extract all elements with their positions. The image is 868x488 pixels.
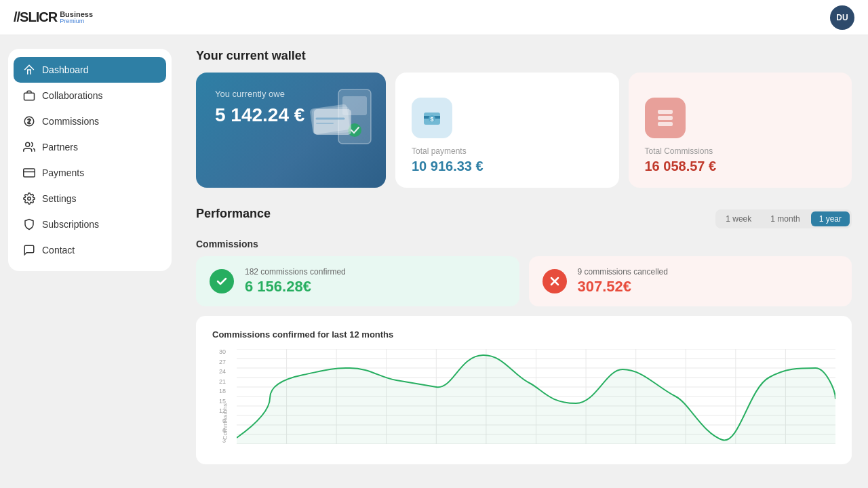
x-icon bbox=[549, 275, 561, 287]
wallet-card-payments: $ Total payments 10 916.33 € bbox=[395, 73, 619, 188]
commission-cards: 182 commissions confirmed 6 156.28€ 9 co… bbox=[196, 256, 852, 306]
gear-icon bbox=[23, 192, 35, 205]
sidebar-item-payments[interactable]: Payments bbox=[14, 160, 166, 186]
shield-icon bbox=[23, 218, 35, 230]
y-label-21: 21 bbox=[219, 379, 226, 385]
total-commissions-amount: 16 058.57 € bbox=[645, 159, 717, 174]
sidebar-item-collaborations[interactable]: Collaborations bbox=[14, 83, 166, 108]
avatar[interactable]: DU bbox=[830, 5, 854, 30]
commission-card-confirmed: 182 commissions confirmed 6 156.28€ bbox=[196, 256, 519, 306]
svg-point-2 bbox=[26, 142, 30, 146]
y-label-18: 18 bbox=[219, 388, 226, 394]
period-btn-week[interactable]: 1 week bbox=[717, 211, 760, 226]
sidebar: Dashboard Collaborations Commissions bbox=[0, 35, 180, 488]
sidebar-item-partners-label: Partners bbox=[42, 142, 78, 152]
payments-icon-wrap: $ bbox=[412, 98, 452, 138]
wallet-card-commissions: Total Commissions 16 058.57 € bbox=[629, 73, 852, 188]
sidebar-item-commissions-label: Commissions bbox=[42, 116, 99, 127]
cancelled-count: 9 commissions cancelled bbox=[578, 267, 668, 277]
sidebar-item-subscriptions-label: Subscriptions bbox=[42, 219, 99, 230]
chart-area bbox=[237, 349, 835, 451]
logo-business-label: Business bbox=[60, 10, 93, 18]
wallet-owe-amount: 5 142.24 € bbox=[215, 104, 367, 126]
logo-business: Business Premium bbox=[60, 10, 93, 25]
svg-rect-3 bbox=[24, 169, 35, 177]
sidebar-item-settings-label: Settings bbox=[42, 193, 77, 204]
main-layout: Dashboard Collaborations Commissions bbox=[0, 35, 868, 488]
sidebar-item-contact-label: Contact bbox=[42, 245, 75, 256]
chart-y-axis-label: Commissions bbox=[222, 403, 229, 440]
header: //SLICR Business Premium DU bbox=[0, 0, 868, 35]
y-label-30: 30 bbox=[219, 349, 226, 355]
home-icon bbox=[23, 64, 35, 76]
cancelled-amount: 307.52€ bbox=[578, 278, 668, 296]
wallet-card-owe: You currently owe 5 142.24 € bbox=[196, 73, 386, 188]
performance-title: Performance bbox=[196, 207, 271, 221]
svg-rect-20 bbox=[658, 122, 673, 126]
chart-container: Commissions 30 27 24 21 18 15 12 9 6 3 bbox=[212, 349, 835, 451]
y-label-27: 27 bbox=[219, 359, 226, 365]
credit-card-icon bbox=[23, 167, 35, 179]
commissions-icon bbox=[654, 107, 676, 129]
confirmed-amount: 6 156.28€ bbox=[245, 278, 346, 296]
logo: //SLICR Business Premium bbox=[14, 9, 93, 25]
svg-rect-19 bbox=[658, 116, 673, 120]
main-content: Your current wallet bbox=[180, 35, 868, 488]
cancelled-info: 9 commissions cancelled 307.52€ bbox=[578, 267, 668, 296]
sidebar-item-contact[interactable]: Contact bbox=[14, 237, 166, 263]
payments-icon: $ bbox=[421, 107, 443, 129]
dollar-circle-icon bbox=[23, 115, 35, 127]
total-payments-amount: 10 916.33 € bbox=[412, 159, 484, 174]
sidebar-card: Dashboard Collaborations Commissions bbox=[8, 49, 172, 271]
confirmed-icon-wrap bbox=[210, 269, 234, 293]
sidebar-item-commissions[interactable]: Commissions bbox=[14, 108, 166, 134]
total-payments-label: Total payments bbox=[412, 146, 467, 156]
sidebar-item-collaborations-label: Collaborations bbox=[42, 90, 103, 101]
confirmed-count: 182 commissions confirmed bbox=[245, 267, 346, 277]
y-label-24: 24 bbox=[219, 369, 226, 375]
briefcase-icon bbox=[23, 89, 35, 102]
svg-rect-0 bbox=[24, 93, 35, 100]
total-commissions-label: Total Commissions bbox=[645, 146, 713, 156]
sidebar-item-settings[interactable]: Settings bbox=[14, 186, 166, 211]
sidebar-item-dashboard-label: Dashboard bbox=[42, 64, 89, 75]
chart-svg bbox=[237, 349, 835, 444]
check-icon bbox=[216, 275, 228, 287]
wallet-title: Your current wallet bbox=[196, 49, 852, 63]
sidebar-item-dashboard[interactable]: Dashboard bbox=[14, 57, 166, 83]
logo-plan-label: Premium bbox=[60, 18, 93, 25]
period-btn-year[interactable]: 1 year bbox=[811, 211, 850, 226]
performance-header: Performance 1 week 1 month 1 year bbox=[196, 207, 852, 230]
period-buttons: 1 week 1 month 1 year bbox=[715, 209, 852, 228]
sidebar-item-subscriptions[interactable]: Subscriptions bbox=[14, 211, 166, 237]
commissions-icon-wrap bbox=[645, 98, 686, 138]
chat-icon bbox=[23, 244, 35, 256]
users-icon bbox=[23, 141, 35, 153]
chart-card: Commissions confirmed for last 12 months… bbox=[196, 316, 852, 464]
cancelled-icon-wrap bbox=[542, 269, 567, 293]
wallet-owe-label: You currently owe bbox=[215, 89, 367, 99]
commissions-section-label: Commissions bbox=[196, 239, 852, 249]
chart-title: Commissions confirmed for last 12 months bbox=[212, 329, 835, 340]
svg-rect-18 bbox=[658, 110, 673, 114]
svg-point-5 bbox=[28, 197, 31, 201]
sidebar-item-payments-label: Payments bbox=[42, 167, 84, 178]
sidebar-item-partners[interactable]: Partners bbox=[14, 134, 166, 160]
wallet-cards: You currently owe 5 142.24 € $ Total pay… bbox=[196, 73, 852, 188]
confirmed-info: 182 commissions confirmed 6 156.28€ bbox=[245, 267, 346, 296]
period-btn-month[interactable]: 1 month bbox=[762, 211, 808, 226]
commission-card-cancelled: 9 commissions cancelled 307.52€ bbox=[529, 256, 852, 306]
svg-text:$: $ bbox=[430, 116, 433, 123]
logo-slicr: //SLICR bbox=[14, 9, 57, 25]
